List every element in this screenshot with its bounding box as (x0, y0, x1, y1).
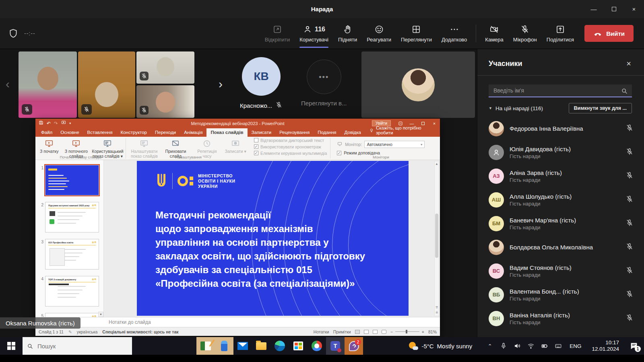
action-center-icon[interactable]: 1 (628, 340, 640, 352)
chevron-right-icon[interactable]: › (219, 78, 223, 90)
slideshow-icon[interactable] (61, 120, 66, 126)
toolbar-button-реагувати[interactable]: Реагувати (362, 18, 396, 49)
video-tile[interactable] (136, 51, 194, 84)
tab-анімація[interactable]: Анімація (180, 128, 206, 137)
thumbnail-scroll-down[interactable]: ▼ (98, 312, 103, 317)
taskbar-search[interactable] (23, 337, 132, 355)
start-button[interactable] (0, 337, 23, 355)
reading-view-button[interactable] (373, 330, 378, 334)
mic-off-icon[interactable] (625, 171, 634, 181)
tab-записати[interactable]: Записати (248, 128, 276, 137)
zoom-level[interactable]: 81% (428, 329, 437, 334)
in-meeting-section[interactable]: ▼ На цій нараді (116) (489, 105, 543, 111)
presenter-checkbox[interactable] (337, 151, 341, 155)
tab-довідка[interactable]: Довідка (341, 128, 365, 137)
toolbar-button-підняти[interactable]: Підняти (333, 18, 362, 49)
save-icon[interactable] (39, 120, 43, 126)
ribbon-button[interactable]: Налаштувати показ слайдів (128, 138, 160, 159)
language-status[interactable]: українська (77, 329, 98, 334)
ribbon-button[interactable]: Користувацький показ слайдів ▾ (92, 138, 123, 159)
tab-файл[interactable]: Файл (37, 128, 56, 137)
qat-caret-icon[interactable]: ▾ (69, 121, 71, 125)
video-tile[interactable] (78, 51, 135, 118)
slide-scrollbar[interactable]: ▲ ⇈⇊ (434, 161, 439, 316)
tab-конструктор[interactable]: Конструктор (116, 128, 151, 137)
ribbon-button[interactable]: Репетиція часу (191, 138, 223, 159)
mic-off-icon[interactable] (625, 124, 634, 134)
mic-off-icon[interactable] (625, 290, 634, 300)
mic-off-icon[interactable] (625, 266, 634, 276)
teams-app-icon[interactable]: T (326, 337, 345, 355)
tab-подання[interactable]: Подання (314, 128, 340, 137)
participant-row[interactable]: ВНВаніна Наталія (гість)Гість наради (477, 306, 644, 330)
pen-icon[interactable]: ✎ (68, 329, 72, 334)
ribbon-button[interactable]: З початку (38, 138, 60, 155)
panel-close-icon[interactable]: × (624, 59, 634, 69)
mute-all-button[interactable]: Вимкнути звук для ... (569, 103, 632, 113)
participant-row[interactable]: АЗАліна Зарва (гість)Гість наради (477, 164, 644, 188)
chevron-left-icon[interactable]: ‹ (6, 78, 10, 90)
participant-avatar-tile[interactable]: КВ Красножо... (240, 57, 283, 110)
mic-off-icon[interactable] (625, 243, 634, 252)
participant-row[interactable]: АШАлла Шолудько (гість)Гість наради (477, 188, 644, 212)
video-tile[interactable] (136, 85, 194, 118)
notes-pane[interactable]: Нотатки до слайда (35, 317, 440, 327)
tab-основне[interactable]: Основне (56, 128, 83, 137)
tray-network-icon[interactable] (527, 342, 535, 350)
ribbon-button[interactable]: З поточного слайда (60, 138, 92, 159)
file-explorer-icon[interactable] (252, 337, 270, 355)
device-button-мікрофон[interactable]: Мікрофон (508, 18, 542, 49)
slide-thumbnail[interactable] (45, 165, 99, 195)
toolbar-button-переглянути[interactable]: Переглянути (396, 18, 437, 49)
mic-off-icon[interactable] (625, 219, 634, 228)
overflow-participants-tile[interactable]: ••• Переглянути в... (301, 60, 347, 107)
tab-показ-слайдів[interactable]: Показ слайдів (206, 128, 247, 137)
tab-переходи[interactable]: Переходи (151, 128, 180, 137)
slide-thumbnail[interactable]: 015 Професійна освіта◎ О: (45, 239, 99, 269)
microsoft-store-icon[interactable] (289, 337, 308, 355)
tray-expand-icon[interactable]: ⌃ (486, 342, 494, 350)
zoom-slider[interactable]: −+ (390, 329, 424, 334)
slide-thumbnail[interactable]: Підсумки вступної кампанії 2023 року◎ О: (45, 202, 99, 232)
current-slide[interactable]: МІНІСТЕРСТВООСВІТИ І НАУКИУКРАЇНИ Методи… (137, 161, 409, 316)
tray-volume-icon[interactable] (513, 342, 521, 350)
close-button[interactable]: × (624, 0, 644, 18)
taskbar-search-input[interactable] (37, 342, 117, 350)
device-button-камера[interactable]: Камера (480, 18, 508, 49)
minimize-button[interactable]: — (584, 0, 604, 18)
toolbar-button-додатково[interactable]: Додатково (437, 18, 472, 49)
participant-row[interactable]: Федорова Інна Валеріївна (477, 117, 644, 140)
slide-thumbnail[interactable]: ТОП 3 новацій документу◎ О: (45, 276, 99, 306)
participant-row[interactable]: ВБВалентина Бонд... (гість)Гість наради (477, 283, 644, 306)
slide-sorter-view-button[interactable] (364, 330, 369, 334)
journal-app-icon[interactable] (196, 337, 215, 355)
ribbon-button[interactable]: Приховати слайд (160, 138, 191, 159)
spotlight-avatar-tile[interactable] (361, 51, 475, 118)
language-indicator[interactable]: ENG (570, 343, 581, 349)
maximize-button[interactable] (604, 0, 624, 18)
participant-row[interactable]: ВСВадим Стоянов (гість)Гість наради (477, 259, 644, 283)
checkbox[interactable] (254, 144, 258, 149)
mic-off-icon[interactable] (625, 148, 634, 157)
leave-button[interactable]: Вийти (584, 25, 634, 42)
tray-mic-icon[interactable] (500, 342, 508, 350)
normal-view-button[interactable] (355, 330, 360, 334)
tray-keyboard-icon[interactable] (554, 342, 562, 350)
comments-toggle[interactable]: Примітки (333, 329, 351, 334)
participant-row[interactable]: Юлія Давидова (гість)Гість наради (477, 140, 644, 164)
tellme-box[interactable]: Скажіть, що потрібно зробити (365, 124, 440, 137)
monitor-dropdown[interactable]: Автоматично ▾ (364, 141, 425, 148)
weather-widget[interactable]: -5°C Mostly sunny (409, 341, 472, 351)
toolbar-button-користувачі[interactable]: 116Користувачі (295, 18, 333, 49)
checkbox[interactable] (254, 138, 258, 142)
tab-рецензування[interactable]: Рецензування (275, 128, 314, 137)
participant-search-input[interactable] (489, 84, 632, 97)
undo-icon[interactable]: ↶ (47, 121, 51, 126)
device-button-поділитися[interactable]: Поділитися (542, 18, 579, 49)
slideshow-view-button[interactable] (382, 330, 386, 334)
edge-browser-icon[interactable] (270, 337, 289, 355)
accessibility-status[interactable]: Спеціальні можливості: щось не так (102, 329, 178, 334)
redo-icon[interactable]: ↷ (54, 121, 58, 126)
taskbar-clock[interactable]: 10:17 12.01.2024 (592, 339, 619, 352)
viber-app-icon[interactable]: 2 (345, 337, 363, 355)
